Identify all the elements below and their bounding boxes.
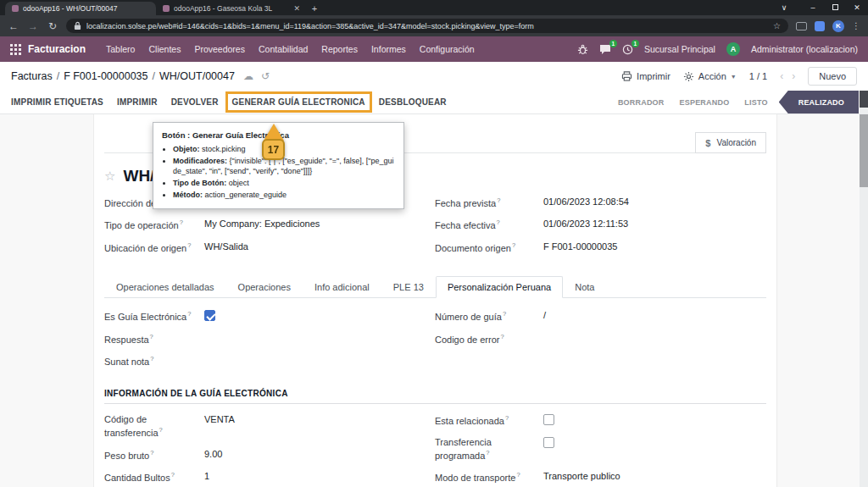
field-value[interactable]: F F001-00000035 [543,241,766,253]
activity-clock-icon[interactable]: 1 [622,44,633,55]
nav-menu-configuracion[interactable]: Configuración [413,41,481,58]
status-realizado-active[interactable]: REALIZADO [779,91,859,113]
marker-number: 17 [262,139,285,160]
bookmark-star-icon[interactable]: ☆ [773,21,781,30]
tooltip-item: Método: action_generate_eguide [173,190,395,201]
dollar-icon: $ [705,138,710,148]
nav-menu-proveedores[interactable]: Proveedores [187,41,252,58]
breadcrumb-separator: / [57,70,59,82]
field-value[interactable]: VENTA [204,414,435,426]
action-menu-button[interactable]: Acción ▼ [683,71,737,82]
generar-guia-electronica-button[interactable]: GENERAR GUÍA ELECTRONICA [232,97,365,107]
status-listo[interactable]: LISTO [744,98,767,107]
window-menu-caret-icon[interactable]: ∨ [773,3,795,12]
field-transferencia-programada: Transferencia programada? [435,437,766,462]
browser-tab-active[interactable]: odooApp16 - WH/OUT/00047 [5,2,156,15]
field-value[interactable]: Transporte publico [543,471,766,483]
tab-favicon [12,5,19,12]
nav-menu-contabilidad[interactable]: Contabilidad [252,41,314,58]
imprimir-button[interactable]: IMPRIMIR [117,97,158,107]
tab-operaciones-detalladas[interactable]: Operaciones detalladas [104,276,226,298]
valuation-stat-button[interactable]: $ Valoración [695,132,766,153]
window-minimize-icon[interactable]: – [802,3,824,12]
field-help-marker: ? [150,333,153,340]
activity-badge: 1 [632,40,639,47]
field-respuesta: Respuesta? [104,333,435,346]
field-help-marker: ? [512,241,515,249]
apps-menu[interactable]: Facturacion [10,43,86,55]
lock-icon [74,21,81,30]
field-value[interactable]: My Company: Expediciones [204,219,435,230]
field-value[interactable]: WH/Salida [204,241,435,253]
breadcrumb-invoice[interactable]: F F001-00000035 [64,70,147,82]
annotation-marker-17: 17 [262,124,285,160]
discard-undo-icon[interactable]: ↺ [261,70,270,82]
field-peso-bruto: Peso bruto? 9.00 [104,449,435,462]
browser-tab-inactive[interactable]: odooApp16 - Gaseosa Kola 3L ✕ [156,2,307,15]
nav-menu-informes[interactable]: Informes [364,41,413,58]
side-panel-icon[interactable] [796,22,807,30]
field-help-marker: ? [187,310,191,318]
new-record-button[interactable]: Nuevo [808,67,857,86]
field-fecha-efectiva: Fecha efectiva? 01/06/2023 12:11:53 [435,219,766,231]
field-value[interactable]: 01/06/2023 12:08:54 [543,196,766,208]
forward-icon[interactable]: → [27,21,39,31]
tab-personalizacion-peruana[interactable]: Personalización Peruana [436,276,563,298]
window-close-icon[interactable]: ✕ [846,3,868,12]
debug-bug-icon[interactable] [577,44,588,55]
pager-next-icon[interactable]: › [792,70,795,82]
field-value[interactable]: 9.00 [204,449,435,461]
user-avatar[interactable]: A [726,42,740,56]
tab-title: odooApp16 - Gaseosa Kola 3L [174,4,289,13]
breadcrumb-facturas[interactable]: Facturas [11,70,53,82]
tab-nota[interactable]: Nota [563,276,606,298]
pager-previous-icon[interactable]: ‹ [780,70,783,82]
scrollbar-thumb[interactable] [860,114,868,187]
field-value[interactable]: / [543,310,766,322]
breadcrumb-current: WH/OUT/00047 [159,70,235,82]
nav-menu-tablero[interactable]: Tablero [99,41,142,58]
tab-ple-13[interactable]: PLE 13 [381,276,436,298]
marker-arrow-icon [264,124,284,141]
browser-toolbar: ← → ↻ localizacion.solse.pe/web#id=146&c… [0,15,868,36]
browser-menu-icon[interactable]: ⋮ [852,21,860,30]
transferencia-programada-checkbox[interactable] [543,437,554,448]
user-menu[interactable]: Administrator (localizacion) [751,44,858,54]
browser-profile-avatar[interactable]: K [832,20,844,32]
tab-operaciones[interactable]: Operaciones [226,276,303,298]
printer-icon [621,71,632,81]
field-ubicacion-origen: Ubicación de origen? WH/Salida [104,241,435,254]
nav-menu-reportes[interactable]: Reportes [314,41,364,58]
print-menu-button[interactable]: Imprimir [621,71,670,81]
new-tab-button[interactable]: + [307,2,322,15]
window-controls: ∨ – ✕ [773,0,868,15]
field-value[interactable]: 01/06/2023 12:11:53 [543,219,766,230]
imprimir-etiquetas-button[interactable]: IMPRIMIR ETIQUETAS [11,97,103,107]
tab-close-icon[interactable]: ✕ [293,4,300,13]
devolver-button[interactable]: DEVOLVER [171,97,219,107]
back-icon[interactable]: ← [8,21,19,31]
es-guia-electronica-checkbox[interactable] [204,310,215,321]
nav-menu-clientes[interactable]: Clientes [142,41,187,58]
status-borrador[interactable]: BORRADOR [618,98,665,107]
status-esperando[interactable]: ESPERANDO [680,98,730,107]
tab-info-adicional[interactable]: Info adicional [303,276,381,298]
field-help-marker: ? [500,333,504,340]
window-maximize-icon[interactable] [824,3,846,12]
breadcrumb: Facturas / F F001-00000035 / WH/OUT/0004… [11,70,235,82]
chat-icon[interactable]: 1 [599,44,611,55]
field-value[interactable]: 1 [204,471,435,483]
extension-icon[interactable] [815,21,825,31]
page-scrollbar[interactable] [860,91,868,487]
esta-relacionada-checkbox[interactable] [543,414,554,425]
field-fecha-prevista: Fecha prevista? 01/06/2023 12:08:54 [435,196,766,209]
favorite-star-icon[interactable]: ☆ [104,169,115,184]
reload-icon[interactable]: ↻ [47,21,58,31]
company-selector[interactable]: Sucursal Principal [644,44,715,54]
desbloquear-button[interactable]: DESBLOQUEAR [379,97,447,107]
url-bar[interactable]: localizacion.solse.pe/web#id=146&cids=1&… [66,19,788,33]
field-help-marker: ? [505,414,509,422]
field-help-marker: ? [497,196,500,204]
save-cloud-icon[interactable]: ☁ [243,70,253,82]
field-help-marker: ? [150,449,153,457]
